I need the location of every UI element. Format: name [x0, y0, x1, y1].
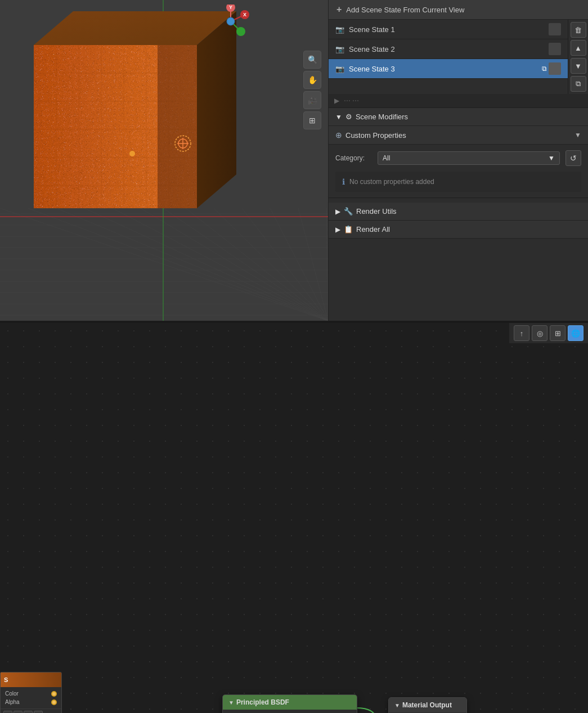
duplicate-icon: ⧉ [542, 65, 547, 73]
render-all-title: Render All [356, 225, 581, 234]
no-props-text: No custom properties added [349, 178, 434, 186]
card-top-folder-btn[interactable]: 📁 [24, 711, 33, 713]
card-top-controls: 🛡 ⧉ 📁 ✕ [1, 708, 61, 713]
add-scene-state-button[interactable]: + Add Scene State From Current View [329, 0, 588, 20]
principled-bsdf-title: Principled BSDF [236, 698, 289, 706]
camera-tool-btn[interactable]: 🎥 [303, 91, 321, 109]
svg-point-55 [227, 17, 235, 25]
category-select[interactable]: All ▼ [378, 151, 560, 165]
delete-scene-state-button[interactable]: 🗑 [571, 22, 586, 38]
scene-state-item-3[interactable]: 📷 Scene State 3 ⧉ [329, 59, 568, 79]
render-utils-section[interactable]: ▶ 🔧 Render Utils [329, 203, 588, 221]
left-card-top: S Color Alpha 🛡 ⧉ 📁 ✕ ▼ ▼ ▼ ▼ ▼ [0, 672, 62, 713]
custom-properties-title: Custom Properties [345, 131, 571, 140]
scene-state-actions-3: ⧉ [542, 62, 561, 75]
category-value: All [383, 154, 390, 162]
scene-modifiers-chevron: ▼ [335, 113, 342, 121]
principled-chevron-icon: ▼ [228, 699, 234, 706]
render-all-section[interactable]: ▶ 📋 Render All [329, 221, 588, 239]
principled-bsdf-node: ▼ Principled BSDF BSDF Base Color Metall… [222, 694, 357, 713]
playback-row: ▶ ⋯⋯ [329, 94, 588, 108]
category-chevron-icon: ▼ [548, 154, 555, 162]
scene-state-thumbnail-2 [549, 43, 561, 55]
node-editor-toolbar: ↑ ◎ ⊞ 🌐 [509, 323, 588, 343]
pan-tool-btn[interactable]: ✋ [303, 71, 321, 89]
camera-icon-3: 📷 [335, 65, 344, 73]
svg-marker-29 [197, 11, 236, 208]
toolbar-globe-button[interactable]: 🌐 [568, 325, 583, 341]
left-card-top-header: S [1, 672, 61, 687]
camera-icon-1: 📷 [335, 25, 344, 34]
scene-state-thumbnail-1 [549, 23, 561, 35]
render-utils-title: Render Utils [356, 207, 581, 216]
scene-modifiers-title: Scene Modifiers [356, 113, 581, 121]
scene-state-item-2[interactable]: 📷 Scene State 2 [329, 39, 568, 59]
svg-text:X: X [243, 12, 246, 17]
principled-bsdf-body: BSDF Base Color Metallic Roughness [223, 710, 357, 713]
scene-state-label-1: Scene State 1 [349, 25, 544, 34]
card-top-close-btn[interactable]: ✕ [34, 711, 43, 713]
zoom-tool-btn[interactable]: 🔍 [303, 51, 321, 69]
custom-properties-header[interactable]: ⊕ Custom Properties ▼ [329, 126, 588, 145]
material-output-title: Material Output [402, 701, 452, 709]
play-icon: ▶ [334, 97, 339, 105]
card-top-color-label: Color [5, 690, 49, 697]
principled-bsdf-header[interactable]: ▼ Principled BSDF [223, 695, 357, 710]
category-label: Category: [335, 154, 372, 162]
card-top-alpha-row: Alpha [1, 698, 61, 706]
top-section: Y X 🔍 ✋ 🎥 ⊞ + Add Scene State Fro [0, 0, 588, 321]
render-utils-chevron: ▶ [335, 208, 340, 216]
custom-props-chevron: ▼ [574, 131, 581, 139]
scene-state-item-1[interactable]: 📷 Scene State 1 [329, 20, 568, 39]
move-up-button[interactable]: ▲ [571, 40, 586, 56]
no-props-message: ℹ No custom properties added [335, 172, 581, 192]
left-card-top-title: S [4, 676, 8, 683]
scene-states-container: 📷 Scene State 1 📷 Scene State 2 📷 Scene … [329, 20, 588, 94]
copy-scene-state-button[interactable]: ⧉ [571, 76, 586, 92]
move-down-button[interactable]: ▼ [571, 58, 586, 74]
scene-states-list: 📷 Scene State 1 📷 Scene State 2 📷 Scene … [329, 20, 568, 94]
plus-icon: + [336, 5, 342, 15]
custom-properties-body: Category: All ▼ ↺ ℹ No custom properties… [329, 145, 588, 198]
left-card-top-body: Color Alpha [1, 687, 61, 708]
card-top-shield-btn[interactable]: 🛡 [3, 711, 12, 713]
card-top-color-row: Color [1, 689, 61, 698]
scene-modifiers-icon: ⚙ [345, 113, 352, 121]
svg-text:Y: Y [229, 5, 232, 10]
card-top-alpha-socket [51, 699, 57, 705]
card-top-alpha-label: Alpha [5, 699, 49, 705]
right-panel: + Add Scene State From Current View 📷 Sc… [328, 0, 588, 321]
render-all-chevron: ▶ [335, 226, 340, 234]
add-scene-state-label: Add Scene State From Current View [346, 6, 464, 14]
material-output-header[interactable]: ▼ Material Output [389, 698, 466, 712]
svg-point-46 [129, 151, 135, 156]
custom-properties-section: ⊕ Custom Properties ▼ Category: All ▼ ↺ … [329, 126, 588, 198]
toolbar-up-button[interactable]: ↑ [514, 325, 529, 341]
scene-states-sidebar: 🗑 ▲ ▼ ⧉ [568, 20, 588, 94]
material-output-chevron-icon: ▼ [394, 702, 400, 708]
material-output-node: ▼ Material Output All ▼ Surface Volume [388, 697, 467, 713]
node-editor[interactable]: ↑ ◎ ⊞ 🌐 S Color Alpha � [0, 323, 588, 713]
card-top-copy-btn[interactable]: ⧉ [14, 711, 23, 713]
info-icon: ℹ [342, 177, 345, 186]
card-top-color-socket [51, 691, 57, 697]
scene-state-label-3: Scene State 3 [349, 65, 537, 73]
camera-icon-2: 📷 [335, 45, 344, 53]
toolbar-grid-button[interactable]: ⊞ [550, 325, 565, 341]
svg-rect-41 [158, 45, 197, 208]
playback-dots: ⋯⋯ [344, 97, 361, 105]
render-all-icon: 📋 [344, 225, 353, 234]
viewport-3d[interactable]: Y X 🔍 ✋ 🎥 ⊞ [0, 0, 328, 321]
svg-point-54 [236, 27, 245, 36]
viewport-background [0, 0, 328, 321]
refresh-button[interactable]: ↺ [565, 150, 581, 166]
grid-tool-btn[interactable]: ⊞ [303, 111, 321, 129]
navigation-gizmo[interactable]: Y X [208, 5, 253, 38]
node-editor-background [0, 323, 588, 713]
render-utils-icon: 🔧 [344, 207, 353, 216]
viewport-tools: 🔍 ✋ 🎥 ⊞ [303, 51, 321, 129]
scene-state-label-2: Scene State 2 [349, 45, 544, 53]
scene-modifiers-section[interactable]: ▼ ⚙ Scene Modifiers [329, 108, 588, 126]
custom-props-icon: ⊕ [335, 131, 342, 140]
toolbar-circle-button[interactable]: ◎ [532, 325, 547, 341]
